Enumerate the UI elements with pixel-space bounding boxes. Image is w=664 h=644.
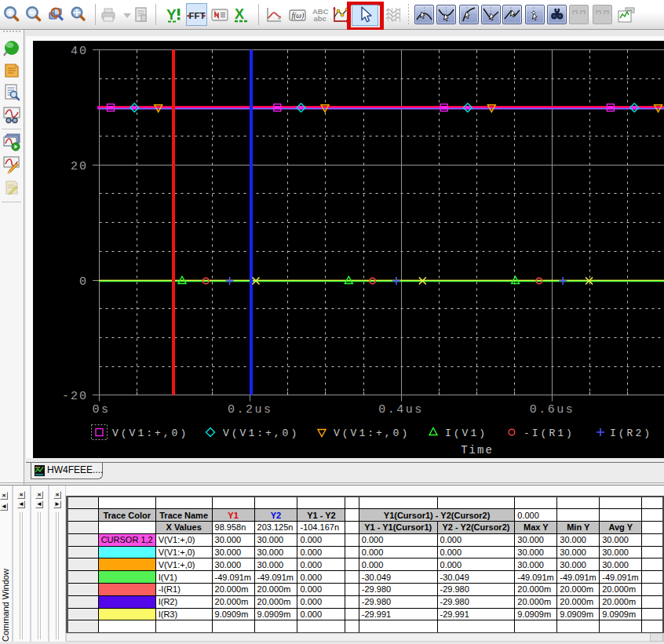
- svg-text:X: X: [235, 6, 244, 22]
- svg-text:-20: -20: [62, 390, 88, 403]
- svg-text:0: 0: [79, 275, 88, 289]
- svg-text:V(V1:+,0): V(V1:+,0): [334, 428, 410, 439]
- svg-text:FFT: FFT: [189, 11, 206, 20]
- svg-text:0s: 0s: [92, 403, 110, 417]
- svg-text:Y: Y: [166, 6, 177, 23]
- svg-text:0.6us: 0.6us: [530, 403, 575, 417]
- svg-text:V(V1:+,0): V(V1:+,0): [223, 428, 299, 439]
- svg-text:-I(R1): -I(R1): [524, 428, 575, 439]
- svg-text:I(R2): I(R2): [610, 428, 652, 439]
- svg-text:20: 20: [71, 160, 88, 173]
- svg-text:I(V1): I(V1): [445, 428, 487, 439]
- svg-text:0.4us: 0.4us: [378, 403, 424, 417]
- svg-text:40: 40: [71, 45, 88, 58]
- svg-text:Time: Time: [461, 444, 494, 457]
- svg-text:0.2us: 0.2us: [228, 403, 273, 417]
- svg-text:abc: abc: [314, 14, 327, 23]
- svg-text:V(V1:+,0): V(V1:+,0): [112, 428, 188, 439]
- svg-text:f(ω): f(ω): [292, 12, 305, 20]
